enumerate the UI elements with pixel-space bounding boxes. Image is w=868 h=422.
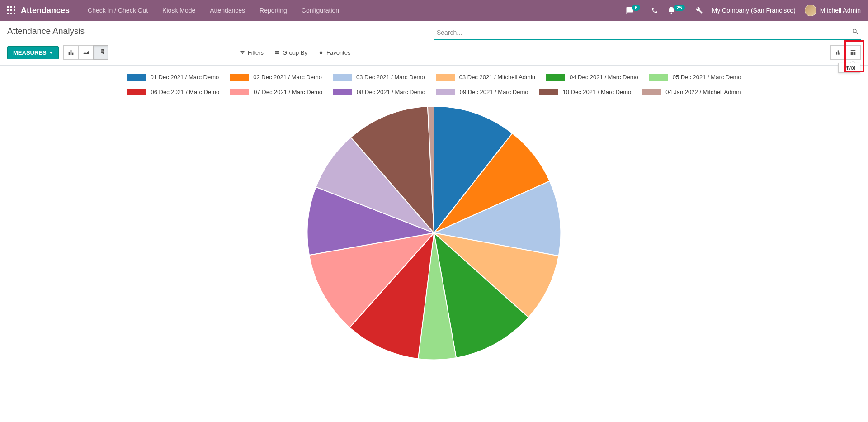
svg-rect-15 — [839, 53, 840, 55]
legend-swatch — [333, 74, 352, 81]
filters-button[interactable]: Filters — [240, 49, 264, 56]
chart-area: 01 Dec 2021 / Marc Demo02 Dec 2021 / Mar… — [0, 66, 868, 370]
nav-attendances[interactable]: Attendances — [203, 0, 252, 21]
legend-label: 06 Dec 2021 / Marc Demo — [151, 89, 220, 95]
legend-item[interactable]: 02 Dec 2021 / Marc Demo — [230, 74, 322, 81]
svg-rect-5 — [14, 9, 15, 11]
legend-swatch — [230, 89, 249, 95]
legend-item[interactable]: 01 Dec 2021 / Marc Demo — [127, 74, 219, 81]
messages-button[interactable]: 6 — [626, 6, 642, 14]
legend-swatch — [333, 89, 352, 95]
svg-rect-1 — [10, 6, 12, 8]
legend-item[interactable]: 04 Jan 2022 / Mitchell Admin — [642, 89, 741, 95]
user-menu[interactable]: Mitchell Admin — [805, 5, 861, 16]
view-graph-button[interactable] — [830, 45, 846, 60]
legend-item[interactable]: 10 Dec 2021 / Marc Demo — [539, 89, 631, 95]
legend-label: 02 Dec 2021 / Marc Demo — [253, 74, 322, 81]
chart-type-line[interactable] — [78, 45, 94, 60]
legend-item[interactable]: 03 Dec 2021 / Marc Demo — [333, 74, 425, 81]
legend-swatch — [539, 89, 558, 95]
pie-wrap — [7, 102, 861, 364]
pie-legend: 01 Dec 2021 / Marc Demo02 Dec 2021 / Mar… — [104, 74, 764, 95]
legend-label: 10 Dec 2021 / Marc Demo — [562, 89, 631, 95]
nav-kiosk[interactable]: Kiosk Mode — [155, 0, 203, 21]
legend-label: 03 Dec 2021 / Mitchell Admin — [459, 74, 535, 81]
legend-item[interactable]: 07 Dec 2021 / Marc Demo — [230, 89, 322, 95]
legend-label: 07 Dec 2021 / Marc Demo — [254, 89, 322, 95]
svg-rect-8 — [14, 13, 15, 14]
legend-item[interactable]: 04 Dec 2021 / Marc Demo — [546, 74, 638, 81]
legend-item[interactable]: 05 Dec 2021 / Marc Demo — [649, 74, 741, 81]
legend-swatch — [649, 74, 668, 81]
legend-swatch — [127, 89, 146, 95]
svg-rect-6 — [7, 13, 9, 14]
apps-icon[interactable] — [7, 6, 15, 14]
svg-point-9 — [671, 13, 672, 14]
svg-rect-2 — [14, 6, 15, 8]
activities-button[interactable]: 25 — [667, 6, 686, 14]
filters-label: Filters — [248, 49, 264, 56]
legend-label: 04 Dec 2021 / Marc Demo — [570, 74, 638, 81]
activities-badge: 25 — [674, 5, 684, 11]
legend-label: 03 Dec 2021 / Marc Demo — [356, 74, 425, 81]
chart-type-pie[interactable] — [93, 45, 108, 60]
nav-checkin[interactable]: Check In / Check Out — [80, 0, 155, 21]
page-title: Attendance Analysis — [7, 26, 85, 36]
top-nav: Attendances Check In / Check Out Kiosk M… — [0, 0, 868, 21]
messages-badge: 6 — [632, 5, 640, 11]
favorites-button[interactable]: Favorites — [318, 49, 350, 56]
control-panel: Attendance Analysis Measures — [0, 21, 868, 66]
groupby-label: Group By — [283, 49, 307, 56]
legend-item[interactable]: 09 Dec 2021 / Marc Demo — [436, 89, 528, 95]
legend-item[interactable]: 03 Dec 2021 / Mitchell Admin — [436, 74, 535, 81]
search-input[interactable] — [434, 26, 861, 40]
company-selector[interactable]: My Company (San Francisco) — [712, 7, 796, 14]
search-toolbar: Filters Group By Favorites — [240, 49, 351, 56]
svg-rect-7 — [10, 13, 12, 14]
svg-rect-4 — [10, 9, 12, 11]
legend-swatch — [230, 74, 249, 81]
brand-title[interactable]: Attendances — [21, 6, 70, 15]
legend-label: 09 Dec 2021 / Marc Demo — [460, 89, 528, 95]
nav-right: 6 25 My Company (San Francisco) Mitchell… — [626, 5, 861, 16]
view-switcher: Pivot — [830, 45, 861, 60]
legend-label: 01 Dec 2021 / Marc Demo — [150, 74, 219, 81]
legend-swatch — [436, 74, 455, 81]
svg-rect-14 — [838, 50, 839, 54]
legend-label: 08 Dec 2021 / Marc Demo — [357, 89, 425, 95]
legend-label: 05 Dec 2021 / Marc Demo — [673, 74, 741, 81]
phone-icon[interactable] — [651, 7, 658, 14]
nav-configuration[interactable]: Configuration — [294, 0, 346, 21]
legend-item[interactable]: 06 Dec 2021 / Marc Demo — [127, 89, 220, 95]
legend-swatch — [546, 74, 565, 81]
pivot-tooltip: Pivot — [838, 63, 860, 73]
avatar — [805, 5, 816, 16]
legend-swatch — [127, 74, 146, 81]
measures-label: Measures — [13, 49, 47, 56]
search-wrap — [434, 26, 861, 40]
tools-icon[interactable] — [696, 7, 703, 14]
svg-rect-12 — [72, 53, 73, 55]
chart-type-bar[interactable] — [63, 45, 79, 60]
chart-type-group — [63, 45, 108, 60]
svg-rect-3 — [7, 9, 9, 11]
measures-button[interactable]: Measures — [7, 46, 59, 59]
view-pivot-button[interactable]: Pivot — [845, 45, 861, 60]
svg-rect-0 — [7, 6, 9, 8]
legend-label: 04 Jan 2022 / Mitchell Admin — [665, 89, 741, 95]
legend-swatch — [642, 89, 661, 95]
legend-swatch — [436, 89, 455, 95]
svg-rect-11 — [70, 50, 71, 55]
user-name: Mitchell Admin — [820, 7, 861, 14]
legend-item[interactable]: 08 Dec 2021 / Marc Demo — [333, 89, 425, 95]
pie-chart — [298, 102, 570, 364]
search-icon[interactable] — [852, 28, 859, 37]
groupby-button[interactable]: Group By — [274, 49, 307, 56]
nav-left: Attendances Check In / Check Out Kiosk M… — [7, 0, 346, 21]
caret-down-icon — [49, 52, 53, 54]
svg-rect-13 — [836, 52, 837, 55]
nav-reporting[interactable]: Reporting — [252, 0, 294, 21]
favorites-label: Favorites — [326, 49, 350, 56]
svg-rect-10 — [68, 52, 70, 55]
